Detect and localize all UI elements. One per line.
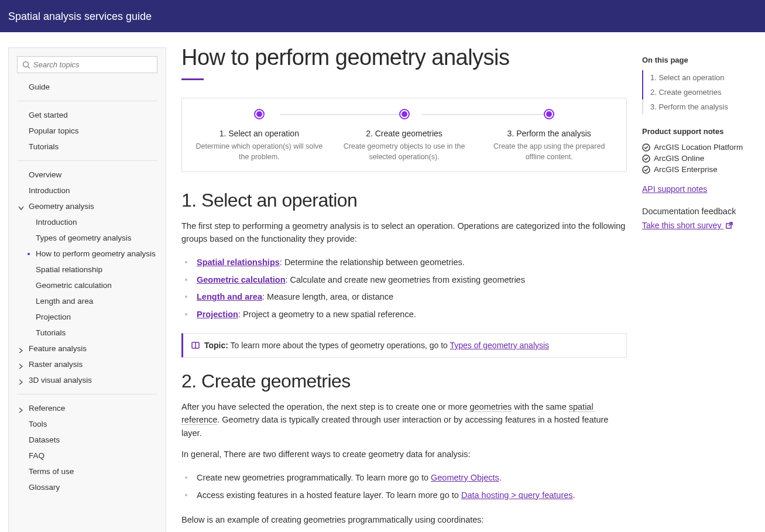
book-icon <box>191 341 200 349</box>
divider <box>17 101 157 101</box>
inline-link[interactable]: Geometry Objects <box>431 473 499 482</box>
section-1-heading: 1. Select an operation <box>181 190 627 211</box>
nav-raster-analysis[interactable]: Raster analysis <box>17 356 157 372</box>
sidebar-sub-item[interactable]: Spatial relationship <box>24 262 157 277</box>
sidebar-item[interactable]: FAQ <box>17 448 157 464</box>
method-bullet: Create new geometries programmatically. … <box>193 469 627 487</box>
check-circle-icon <box>642 143 650 152</box>
nav-3d-visual-analysis[interactable]: 3D visual analysis <box>17 372 157 388</box>
callout-link[interactable]: Types of geometry analysis <box>450 341 549 350</box>
chevron-right-icon <box>18 346 23 351</box>
step-3: 3. Perform the analysis Create the app u… <box>476 109 622 162</box>
svg-point-0 <box>23 61 29 67</box>
section-2-p2: In general, There are two different ways… <box>181 448 627 461</box>
on-this-page-heading: On this page <box>642 56 757 64</box>
sidebar-sub-item[interactable]: Types of geometry analysis <box>24 230 157 246</box>
page-title: How to perform geometry analysis <box>181 45 627 70</box>
sidebar: Guide Get startedPopular topicsTutorials… <box>8 47 166 532</box>
nav-feature-analysis[interactable]: Feature analysis <box>17 341 157 356</box>
inline-link[interactable]: Data hosting > query features <box>461 490 573 500</box>
site-title: Spatial analysis services guide <box>8 11 152 22</box>
api-support-link[interactable]: API support notes <box>642 184 707 194</box>
step-2: 2. Create geometries Create geometry obj… <box>332 109 477 162</box>
sidebar-sub-item[interactable]: How to perform geometry analysis <box>24 246 157 262</box>
sidebar-item[interactable]: Datasets <box>17 432 157 448</box>
operation-bullet: Projection: Project a geometry to a new … <box>193 306 627 324</box>
operation-bullet: Spatial relationships: Determine the rel… <box>193 254 627 272</box>
chevron-right-icon <box>18 362 23 367</box>
section-2-p3: Below is an example of creating geometri… <box>181 513 627 526</box>
sidebar-item[interactable]: Reference <box>17 400 157 416</box>
feedback-heading: Documentation feedback <box>642 207 757 216</box>
operation-link[interactable]: Geometric calculation <box>197 275 286 284</box>
sidebar-sub-item[interactable]: Projection <box>24 309 157 325</box>
chevron-right-icon <box>18 378 23 383</box>
nav-introduction[interactable]: Introduction <box>17 183 157 198</box>
support-item: ArcGIS Location Platform <box>642 142 757 153</box>
method-bullet: Access existing features in a hosted fea… <box>193 487 627 504</box>
nav-geometry-analysis[interactable]: Geometry analysis <box>17 198 157 214</box>
sidebar-item[interactable]: Popular topics <box>17 123 157 139</box>
sidebar-sub-item[interactable]: Length and area <box>24 293 157 309</box>
sidebar-sub-item[interactable]: Introduction <box>24 214 157 230</box>
chevron-down-icon <box>18 204 23 209</box>
sidebar-sub-item[interactable]: Geometric calculation <box>24 277 157 293</box>
search-input[interactable] <box>33 60 152 69</box>
sidebar-item[interactable]: Get started <box>17 107 157 123</box>
steps-overview: 1. Select an operation Determine which o… <box>181 98 627 172</box>
operation-bullet: Length and area: Measure length, area, o… <box>193 289 627 306</box>
operation-bullet: Geometric calculation: Calculate and cre… <box>193 272 627 289</box>
section-2-p1: After you have selected the operation, t… <box>181 400 627 440</box>
feedback-survey-link[interactable]: Take this short survey <box>642 221 733 230</box>
sidebar-sub-item[interactable]: Tutorials <box>24 325 157 341</box>
term-geometries[interactable]: geometries <box>469 402 512 412</box>
svg-line-1 <box>28 67 30 68</box>
svg-line-8 <box>729 222 732 226</box>
step-dot-icon <box>254 109 265 119</box>
check-circle-icon <box>642 166 650 174</box>
step-dot-icon <box>399 109 410 119</box>
site-header: Spatial analysis services guide <box>0 1 765 32</box>
section-2-heading: 2. Create geometries <box>181 370 627 392</box>
nav-overview[interactable]: Overview <box>17 167 157 183</box>
sidebar-item[interactable]: Tutorials <box>17 139 157 155</box>
chevron-right-icon <box>18 406 23 411</box>
support-item: ArcGIS Enterprise <box>642 164 757 175</box>
toc-item[interactable]: 2. Create geometries <box>642 85 757 99</box>
operation-link[interactable]: Spatial relationships <box>197 258 280 267</box>
divider <box>17 160 157 161</box>
toc-item[interactable]: 3. Perform the analysis <box>643 99 757 114</box>
search-icon <box>22 61 30 69</box>
title-underline <box>181 78 204 80</box>
external-link-icon <box>726 222 733 229</box>
sidebar-item[interactable]: Tools <box>17 416 157 432</box>
sidebar-item[interactable]: Glossary <box>17 479 157 495</box>
section-1-intro: The first step to performing a geometry … <box>181 219 627 246</box>
support-item: ArcGIS Online <box>642 153 757 164</box>
sidebar-item[interactable]: Terms of use <box>17 464 157 479</box>
product-support-heading: Product support notes <box>642 127 757 136</box>
step-1: 1. Select an operation Determine which o… <box>187 109 332 162</box>
search-input-wrap[interactable] <box>17 56 157 73</box>
operation-link[interactable]: Projection <box>197 310 238 319</box>
nav-guide[interactable]: Guide <box>17 79 157 95</box>
toc-item[interactable]: 1. Select an operation <box>642 70 757 85</box>
main-content: How to perform geometry analysis 1. Sele… <box>166 32 642 532</box>
divider <box>17 394 157 394</box>
step-dot-icon <box>544 109 554 119</box>
topic-callout: Topic: To learn more about the types of … <box>181 333 627 358</box>
right-rail: On this page 1. Select an operation2. Cr… <box>642 32 765 532</box>
operation-link[interactable]: Length and area <box>197 292 262 301</box>
check-circle-icon <box>642 155 650 163</box>
